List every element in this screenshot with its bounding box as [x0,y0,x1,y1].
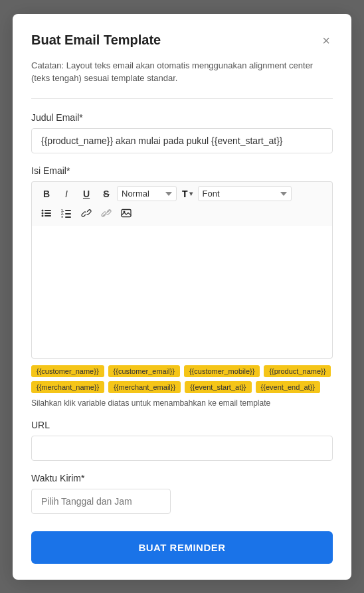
variable-tag[interactable]: {{customer_mobile}} [184,365,260,377]
modal-header: Buat Email Template × [31,33,333,48]
email-body-label: Isi Email* [31,165,333,176]
ordered-list-icon: 1. 2. 3. [61,209,72,219]
svg-rect-11 [65,216,71,218]
unlink-icon [101,209,112,219]
toolbar-row-2: 1. 2. 3. [37,206,327,222]
email-body-editor[interactable] [31,226,333,359]
italic-button[interactable]: I [57,187,76,201]
modal-container: Buat Email Template × Catatan: Layout te… [13,14,351,580]
link-icon [81,209,92,219]
strikethrough-button[interactable]: S [97,187,116,201]
url-group: URL [31,420,333,461]
text-color-arrow: ▾ [189,190,193,197]
email-subject-input[interactable] [31,128,333,153]
editor-toolbar: B I U S Normal Heading 1 Heading 2 Headi… [31,181,333,226]
url-label: URL [31,420,333,430]
info-note: Catatan: Layout teks email akan otomatis… [31,59,333,85]
svg-rect-5 [45,215,51,216]
image-icon [121,209,132,219]
variable-tag[interactable]: {{product_name}} [264,365,331,377]
variable-tag[interactable]: {{event_start_at}} [185,381,251,393]
svg-text:3.: 3. [61,215,64,218]
variable-tag[interactable]: {{customer_name}} [31,365,104,377]
svg-point-2 [42,212,44,214]
svg-point-0 [42,209,44,211]
variable-tag[interactable]: {{customer_email}} [108,365,180,377]
text-color-label: T [182,189,188,199]
email-subject-label: Judul Email* [31,112,333,123]
svg-rect-3 [45,212,51,214]
variable-tags-container: {{customer_name}}{{customer_email}}{{cus… [31,365,333,393]
variable-tag[interactable]: {{merchant_name}} [31,381,104,393]
send-time-label: Waktu Kirim* [31,473,333,483]
url-input[interactable] [31,436,333,461]
modal-overlay[interactable]: Buat Email Template × Catatan: Layout te… [0,0,364,593]
heading-select[interactable]: Normal Heading 1 Heading 2 Heading 3 [117,186,177,201]
variables-section: {{customer_name}}{{customer_email}}{{cus… [31,365,333,408]
svg-point-4 [42,214,44,216]
variable-tag[interactable]: {{merchant_email}} [108,381,181,393]
toolbar-row-1: B I U S Normal Heading 1 Heading 2 Headi… [37,186,327,202]
svg-rect-7 [65,210,71,211]
svg-rect-9 [65,213,71,214]
send-time-input[interactable] [31,489,171,514]
divider [31,98,333,99]
ordered-list-button[interactable]: 1. 2. 3. [57,206,76,222]
underline-button[interactable]: U [77,187,96,201]
submit-button[interactable]: BUAT REMINDER [31,531,333,564]
link-button[interactable] [77,206,96,222]
close-button[interactable]: × [319,33,333,48]
bold-button[interactable]: B [37,187,56,201]
email-body-group: Isi Email* B I U S Normal Heading 1 Head… [31,165,333,408]
unlink-button[interactable] [97,206,116,222]
email-subject-group: Judul Email* [31,112,333,153]
text-color-button[interactable]: T ▾ [178,186,197,202]
unordered-list-icon [41,209,52,219]
unordered-list-button[interactable] [37,206,56,222]
image-button[interactable] [117,206,136,222]
svg-rect-1 [45,210,51,211]
font-select[interactable]: Font Arial Times New Roman Courier [198,186,292,201]
svg-line-12 [103,211,110,216]
modal-title: Buat Email Template [31,33,161,48]
send-time-group: Waktu Kirim* [31,473,333,514]
variable-hint: Silahkan klik variable diatas untuk mena… [31,398,333,408]
variable-tag[interactable]: {{event_end_at}} [256,381,320,393]
